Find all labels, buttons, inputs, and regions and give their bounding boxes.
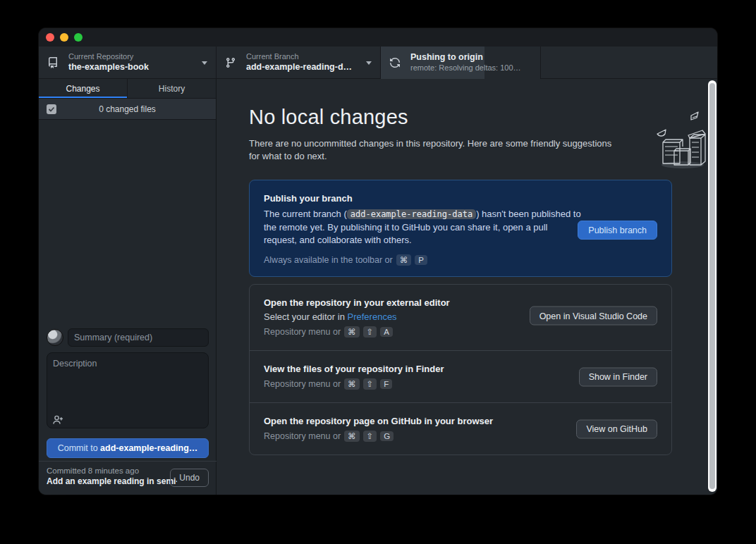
page-subtitle: There are no uncommitted changes in this… <box>249 137 679 163</box>
cmd-key: ⌘ <box>344 378 360 390</box>
description-input[interactable] <box>47 352 209 428</box>
publish-body-before: The current branch ( <box>264 209 347 219</box>
editor-line-prefix: Select your editor in <box>264 311 348 322</box>
cmd-key: ⌘ <box>344 326 360 338</box>
repository-name: the-examples-book <box>68 62 149 73</box>
page-title: No local changes <box>249 106 679 129</box>
publish-card-footer: Always available in the toolbar or ⌘ P <box>264 254 657 266</box>
push-title: Pushing to origin <box>410 52 521 63</box>
g-key: G <box>380 431 394 441</box>
zoom-window-button[interactable] <box>74 33 83 42</box>
sidebar: Changes History 0 changed files <box>39 79 217 495</box>
avatar <box>47 329 63 346</box>
open-in-editor-button[interactable]: Open in Visual Studio Code <box>530 307 657 326</box>
publish-branch-button[interactable]: Publish branch <box>578 221 657 240</box>
suggestion-external-editor: Open the repository in your external edi… <box>250 285 671 350</box>
publish-card-body: The current branch (add-example-reading-… <box>264 208 581 247</box>
view-on-github-button[interactable]: View on GitHub <box>576 419 657 438</box>
changed-files-row: 0 changed files <box>39 99 216 120</box>
suggestion-view-on-github: Open the repository page on GitHub in yo… <box>250 402 671 455</box>
show-in-finder-button[interactable]: Show in Finder <box>579 367 657 386</box>
push-to-origin-button[interactable]: Pushing to origin remote: Resolving delt… <box>381 47 541 79</box>
subtitle-line-2: for what to do next. <box>249 150 679 163</box>
chevron-down-icon <box>366 61 372 65</box>
publish-card-title: Publish your branch <box>264 193 657 204</box>
publish-footer-text: Always available in the toolbar or <box>264 255 393 265</box>
push-status: remote: Resolving deltas: 100… <box>410 63 521 73</box>
undo-button[interactable]: Undo <box>170 469 209 487</box>
commit-button-branch: add-example-reading… <box>100 443 197 453</box>
shift-key: ⇧ <box>363 431 377 442</box>
last-commit-message: Add an example reading in semi-… <box>47 476 177 486</box>
menu-text: Repository menu or <box>264 431 341 441</box>
close-window-button[interactable] <box>46 33 54 42</box>
shift-key: ⇧ <box>363 326 377 338</box>
publish-branch-card: Publish your branch The current branch (… <box>249 180 672 277</box>
commit-form: Commit to add-example-reading… <box>39 328 217 458</box>
tab-changes[interactable]: Changes <box>39 79 127 98</box>
branch-label: Current Branch <box>246 52 352 62</box>
main-panel: No local changes There are no uncommitte… <box>217 79 717 495</box>
changed-files-count: 0 changed files <box>39 104 216 114</box>
repository-label: Current Repository <box>68 52 149 62</box>
minimize-window-button[interactable] <box>60 33 68 42</box>
chevron-down-icon <box>202 61 207 65</box>
suggestion-show-in-finder: View the files of your repository in Fin… <box>250 350 671 402</box>
select-all-checkbox[interactable] <box>47 104 56 114</box>
suggestion-shortcut: Repository menu or ⌘ ⇧ A <box>264 326 657 338</box>
cmd-key: ⌘ <box>396 254 412 266</box>
repo-icon <box>47 57 59 68</box>
preferences-link[interactable]: Preferences <box>348 311 397 322</box>
git-branch-icon <box>225 57 236 68</box>
shift-key: ⇧ <box>363 378 377 390</box>
screen-background: Current Repository the-examples-book Cur… <box>0 0 756 544</box>
titlebar <box>39 28 717 47</box>
branch-name: add-example-reading-d… <box>246 62 352 73</box>
menu-text: Repository menu or <box>264 327 341 337</box>
a-key: A <box>380 327 393 337</box>
cmd-key: ⌘ <box>344 431 360 442</box>
sidebar-tabs: Changes History <box>39 79 216 99</box>
branch-name-code: add-example-reading-data <box>347 209 476 219</box>
undo-banner: Committed 8 minutes ago Add an example r… <box>39 461 217 495</box>
toolbar: Current Repository the-examples-book Cur… <box>39 47 717 79</box>
commit-button-prefix: Commit to <box>58 443 100 453</box>
f-key: F <box>380 379 392 389</box>
scrollbar-track[interactable] <box>708 80 717 492</box>
no-changes-illustration <box>647 107 712 172</box>
p-key: P <box>415 255 427 265</box>
current-branch-button[interactable]: Current Branch add-example-reading-d… <box>217 47 381 79</box>
scrollbar-thumb[interactable] <box>709 83 715 489</box>
github-desktop-window: Current Repository the-examples-book Cur… <box>39 28 717 495</box>
sync-icon <box>389 57 401 68</box>
current-repository-button[interactable]: Current Repository the-examples-book <box>39 47 217 79</box>
summary-input[interactable] <box>68 328 209 347</box>
add-coauthor-icon[interactable] <box>52 414 63 426</box>
suggestions-list: Open the repository in your external edi… <box>249 284 672 455</box>
subtitle-line-1: There are no uncommitted changes in this… <box>249 137 679 150</box>
menu-text: Repository menu or <box>264 379 341 389</box>
commit-button[interactable]: Commit to add-example-reading… <box>47 438 209 458</box>
tab-history[interactable]: History <box>127 79 216 98</box>
